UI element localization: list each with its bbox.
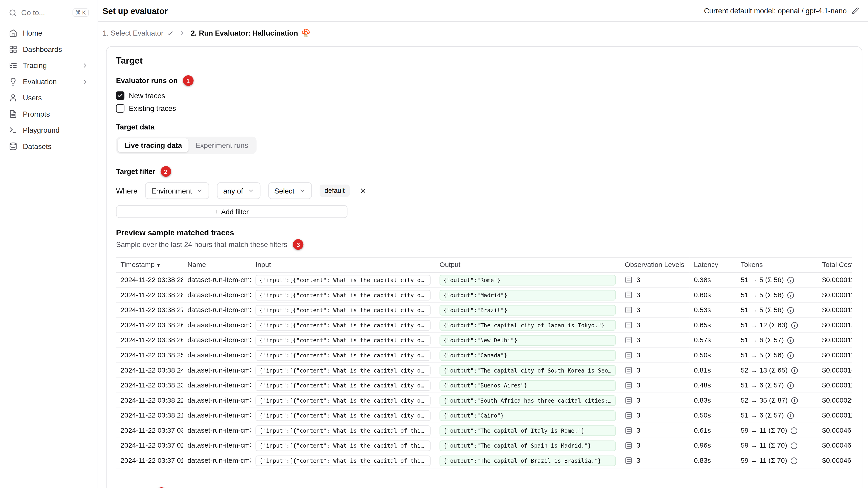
cell-observation-count: 3	[636, 426, 640, 434]
sidebar-item-label: Datasets	[23, 142, 52, 150]
cell-timestamp: 2024-11-22 03:38:28	[121, 291, 183, 299]
chevron-down-icon	[196, 187, 203, 194]
table-row[interactable]: 2024-11-22 03:37:01 dataset-run-item-cm3…	[116, 453, 852, 468]
target-filter-label: Target filter 2	[116, 166, 852, 177]
cell-timestamp: 2024-11-22 03:38:22	[121, 396, 183, 404]
table-row[interactable]: 2024-11-22 03:37:02 dataset-run-item-cm3…	[116, 438, 852, 453]
cell-name: dataset-run-item-cm3s4	[187, 276, 251, 284]
tokens-info-icon[interactable]	[791, 321, 799, 329]
sidebar-item-home[interactable]: Home	[4, 25, 93, 41]
cell-output-box: {"output":"South Africa has three capita…	[439, 395, 616, 405]
cell-input-box: {"input":[{"content":"What is the capita…	[255, 335, 431, 346]
sidebar-item-users[interactable]: Users	[4, 90, 93, 106]
cell-cost-text: $0.000015	[822, 321, 852, 329]
sidebar-item-playground[interactable]: Playground	[4, 122, 93, 138]
col-header-latency[interactable]: Latency	[689, 257, 736, 272]
annotation-badge-2: 2	[160, 166, 171, 177]
cell-cost-text: $0.000011	[822, 351, 852, 359]
cell-input-box: {"input":[{"content":"What is the capita…	[255, 380, 431, 390]
cell-input-box: {"input":[{"content":"What is the capita…	[255, 455, 431, 466]
tokens-info-icon[interactable]	[787, 291, 795, 299]
sidebar-item-tracing[interactable]: Tracing	[4, 57, 93, 73]
cell-cost-text: $0.00046	[822, 426, 851, 434]
cell-timestamp: 2024-11-22 03:38:23	[121, 381, 183, 389]
add-filter-button[interactable]: + Add filter	[116, 205, 347, 218]
table-row[interactable]: 2024-11-22 03:38:28 dataset-run-item-cm3…	[116, 272, 852, 288]
app-window: Go to... ⌘ K Home Dashboards Tracing Eva…	[0, 0, 868, 488]
tokens-info-icon[interactable]	[787, 336, 795, 344]
tokens-info-icon[interactable]	[787, 382, 795, 389]
tokens-info-icon[interactable]	[790, 457, 798, 464]
table-row[interactable]: 2024-11-22 03:38:24 dataset-run-item-cm3…	[116, 363, 852, 378]
cell-name: dataset-run-item-cm3s4	[187, 306, 251, 314]
tokens-info-icon[interactable]	[790, 427, 798, 434]
table-row[interactable]: 2024-11-22 03:38:25 dataset-run-item-cm3…	[116, 348, 852, 363]
cell-observation-count: 3	[636, 276, 640, 284]
target-data-tabs: Live tracing data Experiment runs	[116, 137, 256, 154]
table-row[interactable]: 2024-11-22 03:38:21 dataset-run-item-cm3…	[116, 408, 852, 423]
sidebar-item-prompts[interactable]: Prompts	[4, 106, 93, 122]
filter-value-select[interactable]: Select	[268, 182, 312, 199]
tokens-info-icon[interactable]	[787, 306, 795, 314]
cell-tokens-text: 51 → 5 (Σ 56)	[741, 291, 784, 299]
preview-subtitle: Sample over the last 24 hours that match…	[116, 239, 852, 250]
existing-traces-checkbox-row[interactable]: Existing traces	[116, 104, 852, 112]
breadcrumb-step-select-evaluator[interactable]: 1. Select Evaluator	[103, 29, 174, 37]
table-row[interactable]: 2024-11-22 03:38:23 dataset-run-item-cm3…	[116, 378, 852, 393]
sidebar-item-label: Dashboards	[23, 45, 62, 54]
col-header-name[interactable]: Name	[183, 257, 251, 272]
tokens-info-icon[interactable]	[787, 276, 795, 284]
sidebar-item-dashboards[interactable]: Dashboards	[4, 41, 93, 57]
traces-table-body: 2024-11-22 03:38:28 dataset-run-item-cm3…	[116, 272, 852, 468]
filter-column-select[interactable]: Environment	[145, 182, 209, 199]
col-header-timestamp[interactable]: Timestamp▼	[116, 257, 183, 272]
home-icon	[9, 29, 17, 37]
evaluator-emoji: 🍄	[301, 29, 310, 37]
runs-on-checkbox-group: New traces Existing traces	[116, 91, 852, 112]
table-row[interactable]: 2024-11-22 03:37:03 dataset-run-item-cm3…	[116, 423, 852, 438]
sidebar-item-evaluation[interactable]: Evaluation	[4, 74, 93, 90]
existing-traces-checkbox[interactable]	[116, 104, 124, 112]
sidebar-item-datasets[interactable]: Datasets	[4, 138, 93, 154]
chevron-down-icon	[299, 187, 306, 194]
tab-live-tracing-data[interactable]: Live tracing data	[118, 138, 189, 152]
filter-value-chip[interactable]: default	[319, 185, 349, 197]
dashboards-icon	[9, 45, 17, 54]
traces-table: Timestamp▼ Name Input Output Observation…	[116, 257, 852, 468]
datasets-icon	[9, 142, 17, 150]
cell-cost-text: $0.000011	[822, 412, 852, 419]
tokens-info-icon[interactable]	[787, 351, 795, 359]
tokens-info-icon[interactable]	[787, 412, 795, 419]
col-header-output[interactable]: Output	[435, 257, 620, 272]
tokens-info-icon[interactable]	[791, 366, 799, 374]
cell-latency: 0.83s	[694, 396, 711, 404]
edit-pencil-icon[interactable]	[852, 7, 859, 14]
col-header-total-cost[interactable]: Total Cost	[818, 257, 852, 272]
table-row[interactable]: 2024-11-22 03:38:22 dataset-run-item-cm3…	[116, 393, 852, 408]
tokens-info-icon[interactable]	[790, 442, 798, 449]
table-row[interactable]: 2024-11-22 03:38:26 dataset-run-item-cm3…	[116, 318, 852, 333]
cell-name: dataset-run-item-cm3s4	[187, 426, 251, 434]
col-header-observation-levels[interactable]: Observation Levels	[620, 257, 689, 272]
annotation-badge-3: 3	[293, 239, 303, 250]
cell-observation-count: 3	[636, 321, 640, 329]
tab-experiment-runs[interactable]: Experiment runs	[189, 138, 255, 152]
new-traces-checkbox[interactable]	[116, 91, 124, 100]
col-header-input[interactable]: Input	[251, 257, 435, 272]
goto-search[interactable]: Go to... ⌘ K	[4, 5, 93, 20]
table-row[interactable]: 2024-11-22 03:38:27 dataset-run-item-cm3…	[116, 302, 852, 318]
remove-filter-button[interactable]	[358, 185, 369, 196]
observation-levels-icon	[625, 412, 632, 419]
new-traces-checkbox-row[interactable]: New traces	[116, 91, 852, 100]
filter-operator-select[interactable]: any of	[217, 182, 260, 199]
table-row[interactable]: 2024-11-22 03:38:28 dataset-run-item-cm3…	[116, 287, 852, 302]
goto-label: Go to...	[21, 8, 45, 17]
cell-tokens-text: 59 → 11 (Σ 70)	[741, 442, 787, 449]
cell-output-box: {"output":"Madrid"}	[439, 290, 616, 300]
table-header-row: Timestamp▼ Name Input Output Observation…	[116, 257, 852, 272]
col-header-tokens[interactable]: Tokens	[736, 257, 818, 272]
new-traces-label: New traces	[129, 91, 165, 100]
playground-icon	[9, 126, 17, 134]
table-row[interactable]: 2024-11-22 03:38:26 dataset-run-item-cm3…	[116, 333, 852, 348]
tokens-info-icon[interactable]	[791, 397, 799, 404]
